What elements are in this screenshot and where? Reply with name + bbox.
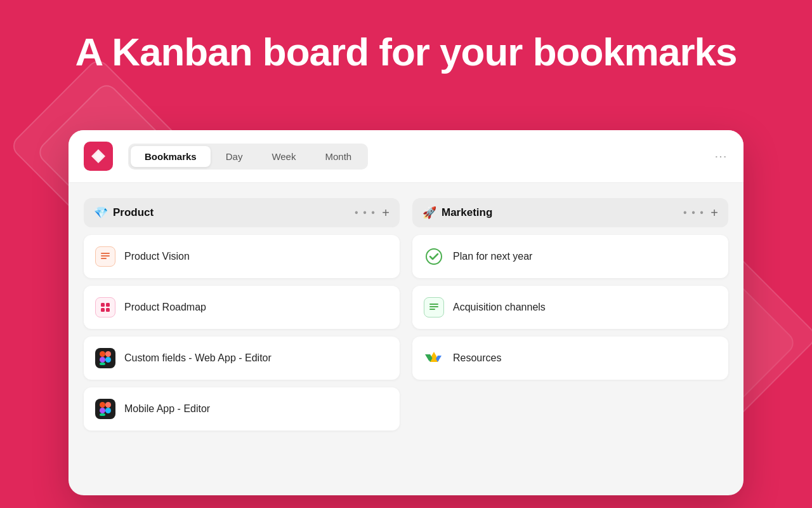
- card-plan-next-year-icon: [424, 246, 444, 267]
- card-product-vision-title: Product Vision: [124, 251, 190, 262]
- svg-point-11: [105, 357, 111, 363]
- card-mobile-editor-icon: [95, 399, 115, 419]
- svg-rect-13: [105, 402, 111, 408]
- card-mobile-editor-title: Mobile App - Editor: [124, 403, 210, 415]
- svg-rect-4: [106, 303, 110, 307]
- column-marketing-add[interactable]: +: [710, 206, 718, 219]
- svg-rect-19: [429, 306, 438, 307]
- board-area: 💎 Product • • • + Product Vision: [69, 183, 743, 495]
- column-marketing-actions: • • • +: [683, 206, 718, 219]
- logo-icon: [90, 148, 107, 164]
- svg-rect-1: [101, 255, 110, 257]
- card-product-vision-icon: [95, 246, 115, 267]
- svg-point-16: [105, 408, 111, 413]
- svg-rect-10: [100, 363, 105, 365]
- svg-rect-18: [429, 304, 438, 305]
- card-product-roadmap[interactable]: Product Roadmap: [84, 286, 400, 329]
- card-acquisition-title: Acquisition channels: [453, 302, 546, 313]
- svg-rect-7: [100, 351, 105, 357]
- nav-tabs: Bookmarks Day Week Month: [128, 144, 368, 170]
- nav-bar: Bookmarks Day Week Month ⋯: [69, 130, 743, 183]
- card-acquisition[interactable]: Acquisition channels: [412, 286, 728, 329]
- svg-rect-8: [105, 351, 111, 357]
- card-mobile-editor[interactable]: Mobile App - Editor: [84, 387, 400, 431]
- tab-day[interactable]: Day: [212, 146, 257, 167]
- column-product-more[interactable]: • • •: [355, 207, 376, 218]
- tab-week[interactable]: Week: [258, 146, 310, 167]
- column-marketing-title: Marketing: [442, 206, 678, 219]
- column-product-header: 💎 Product • • • +: [84, 198, 400, 227]
- card-custom-fields-title: Custom fields - Web App - Editor: [124, 352, 272, 364]
- card-product-roadmap-title: Product Roadmap: [124, 302, 206, 313]
- column-marketing: 🚀 Marketing • • • + Plan for next year: [412, 198, 728, 480]
- svg-rect-9: [100, 357, 105, 363]
- column-product-add[interactable]: +: [382, 206, 390, 219]
- card-plan-next-year-title: Plan for next year: [453, 251, 532, 262]
- card-resources-icon: [424, 348, 444, 368]
- card-custom-fields-icon: [95, 348, 115, 368]
- nav-more-button[interactable]: ⋯: [714, 149, 728, 164]
- column-product: 💎 Product • • • + Product Vision: [84, 198, 400, 480]
- tab-bookmarks[interactable]: Bookmarks: [131, 146, 211, 167]
- column-product-title: Product: [113, 206, 350, 219]
- card-product-vision[interactable]: Product Vision: [84, 235, 400, 278]
- card-resources[interactable]: Resources: [412, 337, 728, 380]
- svg-rect-6: [106, 308, 110, 312]
- svg-rect-2: [101, 258, 107, 259]
- svg-rect-15: [100, 413, 105, 416]
- page-heading: A Kanban board for your bookmarks: [0, 30, 812, 74]
- svg-rect-5: [101, 308, 105, 312]
- logo[interactable]: [84, 142, 113, 171]
- svg-rect-0: [101, 253, 110, 254]
- svg-rect-3: [101, 303, 105, 307]
- main-card: Bookmarks Day Week Month ⋯ 💎 Product • •…: [69, 130, 743, 495]
- column-marketing-header: 🚀 Marketing • • • +: [412, 198, 728, 227]
- card-plan-next-year[interactable]: Plan for next year: [412, 235, 728, 278]
- card-custom-fields[interactable]: Custom fields - Web App - Editor: [84, 337, 400, 380]
- card-acquisition-icon: [424, 297, 444, 318]
- column-marketing-emoji: 🚀: [422, 206, 436, 220]
- card-resources-title: Resources: [453, 352, 501, 364]
- column-marketing-more[interactable]: • • •: [683, 207, 704, 218]
- tab-month[interactable]: Month: [311, 146, 365, 167]
- column-product-actions: • • • +: [355, 206, 390, 219]
- svg-point-17: [426, 249, 442, 264]
- svg-rect-20: [429, 309, 435, 310]
- card-product-roadmap-icon: [95, 297, 115, 318]
- svg-rect-14: [100, 408, 105, 413]
- svg-rect-12: [100, 402, 105, 408]
- column-product-emoji: 💎: [94, 206, 108, 220]
